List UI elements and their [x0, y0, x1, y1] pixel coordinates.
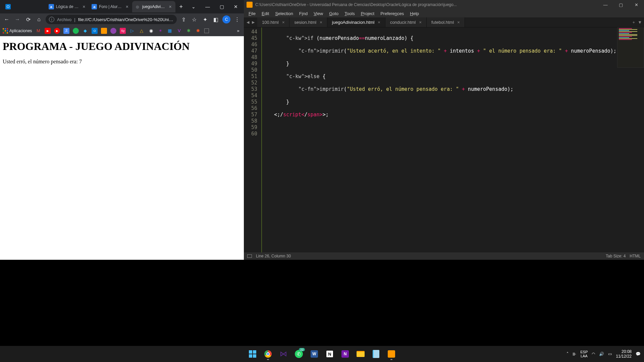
new-tab-button[interactable]: + — [175, 3, 187, 10]
menu-project[interactable]: Project — [358, 10, 377, 17]
outlook-icon: O — [5, 4, 11, 9]
taskbar-onenote[interactable]: N — [338, 347, 352, 361]
minimap[interactable] — [617, 27, 644, 68]
panel-switcher-icon[interactable] — [247, 254, 252, 258]
nav-forward-icon[interactable]: ▶ — [251, 20, 255, 24]
menu-preferences[interactable]: Preferences — [378, 10, 407, 17]
taskbar-whatsapp[interactable]: ✆22 — [292, 347, 306, 361]
menu-edit[interactable]: Edit — [259, 10, 272, 17]
menu-file[interactable]: File — [246, 10, 258, 17]
taskbar-chrome[interactable] — [261, 347, 275, 361]
taskbar-sublime[interactable] — [385, 347, 398, 361]
reload-button[interactable]: ⟳ — [24, 15, 32, 23]
taskbar-explorer[interactable] — [354, 347, 367, 361]
chrome-tab-active[interactable]: ◎ juegoAdivinacio × — [132, 1, 175, 12]
outlook-icon[interactable]: O — [92, 28, 98, 34]
close-button[interactable]: ✕ — [229, 2, 243, 12]
tab-dropdown-icon[interactable]: ▼ — [638, 20, 642, 25]
editor-tab[interactable]: sesion.html× — [289, 17, 327, 27]
tray-app-icon[interactable]: ⊪ — [573, 352, 576, 357]
bookmark-icon[interactable] — [110, 28, 116, 34]
syntax-lang[interactable]: HTML — [630, 254, 641, 258]
code-area[interactable]: "c-kw">if (numeroPensado==numeroLanzado)… — [262, 27, 644, 252]
extensions-icon[interactable]: ✦ — [201, 15, 209, 23]
bookmark-star-icon[interactable]: ☆ — [190, 15, 198, 23]
clock[interactable]: 20:08 11/12/22 — [616, 349, 632, 359]
spotify-icon[interactable] — [73, 28, 79, 34]
bookmark-icon[interactable]: ▦ — [167, 28, 173, 34]
youtube-icon[interactable]: ▶ — [45, 28, 51, 34]
bookmark-icon[interactable] — [204, 28, 209, 33]
close-icon[interactable]: × — [168, 4, 173, 9]
translate-icon[interactable]: 文 — [63, 28, 69, 34]
minimize-button[interactable]: ― — [201, 2, 214, 12]
volume-icon[interactable]: 🔊 — [599, 352, 604, 356]
home-button[interactable]: ⌂ — [35, 15, 43, 23]
ytmusic-icon[interactable]: ▶ — [54, 28, 60, 34]
menu-help[interactable]: Help — [407, 10, 422, 17]
menu-goto[interactable]: Goto — [326, 10, 341, 17]
start-button[interactable] — [246, 347, 259, 361]
editor-tab[interactable]: 100.html× — [257, 17, 289, 27]
bookmark-icon[interactable]: ✺ — [195, 28, 201, 34]
close-icon[interactable]: × — [82, 4, 86, 9]
taskbar-notepad[interactable] — [369, 347, 383, 361]
chrome-tab[interactable]: O — [3, 1, 46, 12]
close-icon[interactable]: × — [457, 20, 460, 25]
cursor-position[interactable]: Line 26, Column 30 — [256, 254, 291, 258]
menu-tools[interactable]: Tools — [342, 10, 357, 17]
taskbar-notion[interactable]: N — [323, 347, 336, 361]
close-icon[interactable]: × — [320, 20, 322, 25]
close-icon[interactable]: × — [419, 20, 422, 25]
forward-button[interactable]: → — [13, 15, 21, 23]
menu-find[interactable]: Find — [297, 10, 310, 17]
vite-icon[interactable]: V — [176, 28, 182, 34]
menu-selection[interactable]: Selection — [272, 10, 296, 17]
tab-size[interactable]: Tab Size: 4 — [606, 254, 626, 258]
chrome-menu-icon[interactable]: ⋮ — [233, 15, 241, 23]
minimize-button[interactable]: ― — [598, 0, 613, 9]
drive-icon[interactable]: △ — [139, 28, 145, 34]
chrome-tab[interactable]: a Lógica de progr × — [46, 1, 89, 12]
notifications-icon[interactable]: 💬 — [636, 352, 641, 356]
close-icon[interactable]: × — [125, 4, 129, 9]
github-icon[interactable]: ◉ — [148, 28, 154, 34]
battery-icon[interactable]: ▭ — [608, 352, 612, 356]
chrome-tab[interactable]: a Foro | Alura Lata × — [89, 1, 132, 12]
nav-back-icon[interactable]: ◀ — [246, 20, 250, 24]
share-icon[interactable]: ⇪ — [179, 15, 187, 23]
side-panel-icon[interactable]: ◧ — [212, 15, 220, 23]
editor-tab[interactable]: futebol.html× — [427, 17, 465, 27]
lang-top: ESP — [580, 350, 588, 354]
maximize-button[interactable]: ▢ — [215, 2, 228, 12]
close-icon[interactable]: × — [282, 20, 285, 25]
bookmark-icon[interactable]: ◆ — [82, 28, 88, 34]
back-button[interactable]: ← — [3, 15, 11, 23]
editor-tab[interactable]: conducir.html× — [385, 17, 427, 27]
apps-shortcut[interactable]: Aplicaciones — [3, 28, 32, 34]
close-icon[interactable]: × — [378, 20, 380, 25]
wifi-icon[interactable]: ◠ — [592, 352, 595, 356]
sublime-title-text: C:\Users\Cristhian\OneDrive - Universida… — [255, 2, 598, 7]
bookmark-icon[interactable]: ✱ — [185, 28, 192, 34]
menu-view[interactable]: View — [311, 10, 326, 17]
editor-tab-active[interactable]: juegoAdivinacion.html× — [327, 17, 385, 27]
bookmark-icon[interactable]: ✶ — [157, 28, 163, 34]
site-info-icon[interactable]: i — [49, 17, 54, 22]
new-tab-icon[interactable]: + — [633, 20, 635, 25]
taskbar-word[interactable]: W — [308, 347, 321, 361]
bookmarks-overflow-icon[interactable]: » — [235, 28, 241, 34]
bookmark-icon[interactable] — [101, 28, 107, 34]
gmail-icon[interactable]: M — [35, 28, 41, 34]
close-button[interactable]: ✕ — [629, 0, 644, 9]
sublime-window: C:\Users\Cristhian\OneDrive - Universida… — [244, 0, 644, 260]
address-bar[interactable]: i Archivo | file:///C:/Users/Cristhian/O… — [46, 15, 177, 24]
tab-search-icon[interactable]: ⌄ — [187, 2, 200, 12]
taskbar-vscode[interactable]: ⋈ — [277, 347, 290, 361]
language-indicator[interactable]: ESP LAA — [580, 350, 588, 358]
bookmark-icon[interactable]: ▷ — [129, 28, 135, 34]
tray-overflow-icon[interactable]: ˄ — [567, 352, 569, 356]
bookmark-icon[interactable]: Sy — [120, 28, 126, 34]
profile-avatar[interactable]: C — [222, 15, 230, 23]
maximize-button[interactable]: ▢ — [613, 0, 629, 9]
